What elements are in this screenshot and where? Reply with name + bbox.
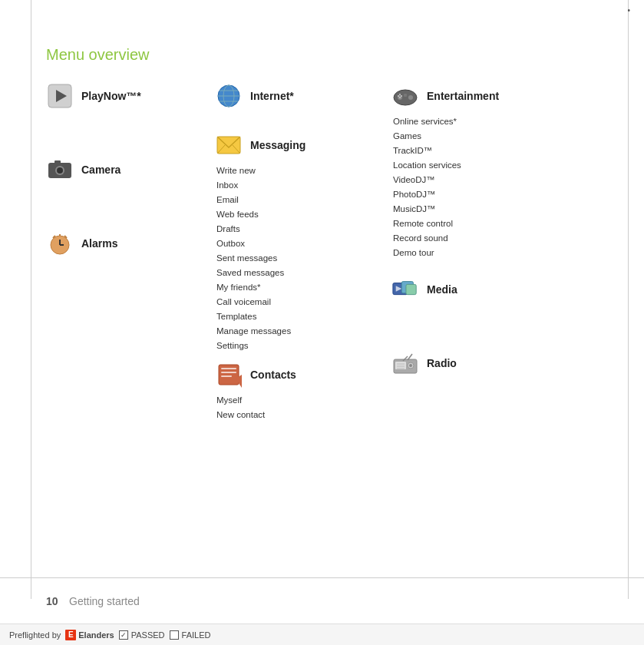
elanders-logo: E Elanders	[65, 630, 114, 640]
left-border	[31, 0, 31, 599]
entertainment-title: Entertainment	[427, 90, 499, 102]
menu-item-contacts: Contacts Myself New contact	[215, 361, 391, 422]
list-item: VideoDJ™	[393, 173, 591, 187]
alarms-icon	[46, 230, 74, 257]
list-item: Email	[216, 193, 391, 207]
failed-label: FAILED	[182, 630, 211, 640]
svg-point-29	[398, 95, 399, 97]
svg-point-32	[399, 97, 401, 98]
media-title: Media	[427, 283, 457, 296]
messaging-sublist: Write new Inbox Email Web feeds Drafts O…	[215, 164, 391, 353]
alarms-title: Alarms	[81, 237, 117, 250]
page-number: 10	[46, 595, 58, 607]
menu-item-radio: Radio	[391, 349, 591, 377]
svg-rect-20	[219, 365, 239, 385]
contacts-sublist: Myself New contact	[215, 393, 391, 422]
camera-title: Camera	[81, 164, 121, 176]
menu-header-radio: Radio	[391, 349, 591, 377]
failed-badge: FAILED	[170, 630, 211, 640]
svg-point-25	[394, 90, 417, 105]
list-item: Location services	[393, 158, 591, 173]
menu-item-camera: Camera	[46, 156, 215, 184]
list-item: TrackID™	[393, 144, 591, 158]
playnow-icon	[46, 82, 74, 110]
svg-rect-35	[406, 284, 416, 294]
svg-point-30	[401, 95, 402, 97]
corner-dot: •	[627, 6, 630, 15]
svg-rect-5	[54, 160, 61, 164]
list-item: Outbox	[216, 237, 391, 251]
page-title: Menu overview	[46, 46, 617, 64]
radio-title: Radio	[427, 357, 457, 369]
svg-rect-21	[221, 368, 236, 369]
list-item: New contact	[216, 408, 391, 422]
elanders-brand: Elanders	[78, 630, 114, 640]
list-item: Games	[393, 129, 591, 144]
passed-badge: ✓ PASSED	[119, 630, 165, 640]
radio-icon	[391, 349, 419, 377]
menu-grid: PlayNow™* Camera	[46, 82, 617, 422]
list-item: Remote control	[393, 217, 591, 231]
menu-header-internet: Internet*	[215, 82, 391, 110]
menu-item-internet: Internet*	[215, 82, 391, 110]
svg-point-4	[57, 167, 63, 174]
list-item: My friends*	[216, 280, 391, 295]
menu-header-entertainment: Entertainment	[391, 82, 591, 110]
list-item: Inbox	[216, 178, 391, 193]
passed-checkbox: ✓	[119, 630, 128, 640]
menu-header-messaging: Messaging	[215, 131, 391, 159]
contacts-title: Contacts	[250, 369, 296, 381]
svg-point-31	[399, 94, 401, 95]
list-item: Sent messages	[216, 251, 391, 266]
camera-icon	[46, 156, 74, 184]
svg-rect-23	[221, 375, 232, 377]
passed-label: PASSED	[131, 630, 165, 640]
svg-rect-22	[221, 372, 236, 373]
menu-item-alarms: Alarms	[46, 230, 215, 257]
list-item: Settings	[216, 339, 391, 353]
list-item: Web feeds	[216, 207, 391, 222]
list-item: Myself	[216, 393, 391, 408]
failed-checkbox	[170, 630, 179, 640]
menu-item-entertainment: Entertainment Online services* Games Tra…	[391, 82, 591, 260]
list-item: Saved messages	[216, 266, 391, 280]
elanders-e-icon: E	[65, 630, 76, 640]
footer-label: Getting started	[69, 595, 140, 607]
menu-column-2: Internet* Messaging	[215, 82, 391, 422]
menu-item-media: Media	[391, 276, 591, 303]
media-icon	[391, 276, 419, 303]
page-footer: 10 Getting started	[0, 577, 644, 624]
list-item: Demo tour	[393, 246, 591, 260]
page-content: Menu overview PlayNow™*	[46, 46, 617, 584]
internet-icon	[215, 82, 243, 110]
preflight-bar: Preflighted by E Elanders ✓ PASSED FAILE…	[0, 624, 644, 645]
list-item: Manage messages	[216, 324, 391, 339]
list-item: PhotoDJ™	[393, 187, 591, 202]
playnow-title: PlayNow™*	[81, 90, 141, 102]
menu-header-media: Media	[391, 276, 591, 303]
menu-header-playnow: PlayNow™*	[46, 82, 215, 110]
list-item: MusicDJ™	[393, 202, 591, 217]
svg-point-27	[408, 95, 413, 100]
svg-point-40	[409, 364, 412, 367]
svg-rect-28	[404, 94, 407, 97]
menu-item-playnow: PlayNow™*	[46, 82, 215, 110]
menu-header-camera: Camera	[46, 156, 215, 184]
preflight-text: Preflighted by	[9, 630, 61, 640]
entertainment-sublist: Online services* Games TrackID™ Location…	[391, 114, 591, 260]
contacts-icon	[215, 361, 243, 389]
list-item: Record sound	[393, 231, 591, 246]
internet-title: Internet*	[250, 90, 294, 102]
menu-header-alarms: Alarms	[46, 230, 215, 257]
list-item: Call voicemail	[216, 295, 391, 309]
list-item: Write new	[216, 164, 391, 178]
menu-header-contacts: Contacts	[215, 361, 391, 389]
list-item: Drafts	[216, 222, 391, 237]
messaging-icon	[215, 131, 243, 159]
menu-column-1: PlayNow™* Camera	[46, 82, 215, 422]
right-border	[628, 0, 629, 599]
entertainment-icon	[391, 82, 419, 110]
messaging-title: Messaging	[250, 139, 305, 151]
menu-item-messaging: Messaging Write new Inbox Email Web feed…	[215, 131, 391, 353]
menu-column-3: Entertainment Online services* Games Tra…	[391, 82, 591, 422]
